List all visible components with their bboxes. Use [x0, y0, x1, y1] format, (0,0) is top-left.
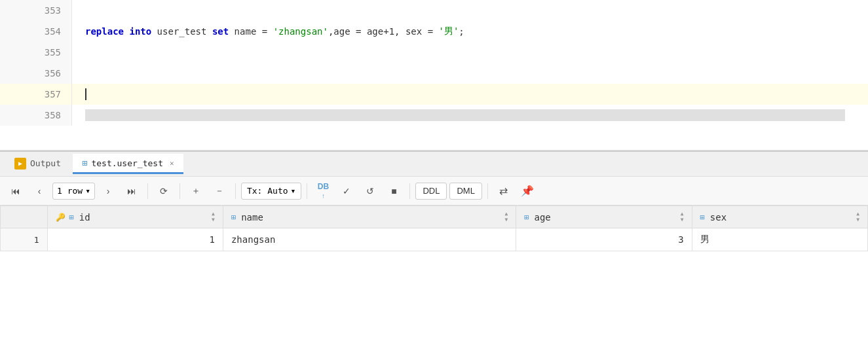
line-content-354: replace into user_test set name = 'zhang…: [72, 21, 868, 42]
delete-row-button[interactable]: －: [209, 182, 230, 200]
line-number-357: 357: [0, 84, 72, 105]
line-number-355: 355: [0, 42, 72, 63]
pin-button[interactable]: 📌: [517, 182, 538, 200]
col-id-label: id: [79, 212, 90, 223]
bottom-panel: ▶ Output ⊞ test.user_test ✕ ⏮ ‹ 1 row ▾ …: [0, 151, 868, 358]
result-table: 🔑 ⊞ id ▲ ▼ ⊞ name: [0, 206, 868, 251]
divider-2: [179, 183, 180, 199]
divider-4: [307, 183, 307, 199]
col-header-name[interactable]: ⊞ name ▲ ▼: [223, 206, 516, 228]
add-row-button[interactable]: ＋: [185, 182, 206, 200]
last-row-button[interactable]: ⏭: [121, 182, 142, 200]
line-number-356: 356: [0, 63, 72, 84]
divider-6: [487, 183, 488, 199]
cell-name-1[interactable]: zhangsan: [223, 228, 516, 251]
code-editor[interactable]: 353 354 replace into user_test set name …: [0, 0, 868, 151]
next-row-button[interactable]: ›: [98, 182, 119, 200]
tx-selector[interactable]: Tx: Auto ▾: [241, 183, 301, 200]
tab-close-button[interactable]: ✕: [170, 159, 174, 168]
tab-output-label: Output: [30, 158, 61, 168]
divider-1: [147, 183, 148, 199]
rows-dropdown-icon: ▾: [85, 186, 90, 196]
sp1: [124, 26, 129, 37]
line-content-358: [72, 105, 868, 126]
text-cursor: [85, 88, 86, 100]
sort-down-id[interactable]: ▼: [212, 217, 215, 223]
divider-5: [409, 183, 410, 199]
tab-table-label: test.user_test: [91, 158, 163, 168]
col-name-label: name: [241, 212, 263, 223]
table-icon: ⊞: [82, 158, 87, 168]
divider-3: [235, 183, 236, 199]
table-row: 1 1 zhangsan 3 男: [1, 228, 868, 251]
data-grid[interactable]: 🔑 ⊞ id ▲ ▼ ⊞ name: [0, 206, 868, 358]
code-line-353: 353: [0, 0, 868, 21]
sort-up-age[interactable]: ▲: [681, 211, 684, 217]
code-line-356: 356: [0, 63, 868, 84]
line-content-353: [72, 0, 868, 21]
ddl-button[interactable]: DDL: [415, 183, 447, 200]
dml-button[interactable]: DML: [449, 183, 481, 200]
sort-down-name[interactable]: ▼: [504, 217, 508, 223]
sp2: user_test: [151, 26, 212, 37]
row-number-header: [1, 206, 48, 228]
tab-output[interactable]: ▶ Output: [5, 154, 70, 175]
line-content-356: [72, 63, 868, 84]
refresh-button[interactable]: ⟳: [153, 182, 174, 200]
output-icon: ▶: [14, 158, 26, 170]
col-id-sort[interactable]: ▲ ▼: [212, 211, 215, 223]
tabs-bar: ▶ Output ⊞ test.user_test ✕: [0, 152, 868, 177]
sort-down-sex[interactable]: ▼: [856, 217, 859, 223]
col-age-label: age: [534, 212, 550, 223]
code-line-355: 355: [0, 42, 868, 63]
table-icon-age: ⊞: [524, 213, 529, 222]
layout-button[interactable]: ⇄: [493, 182, 514, 200]
code-lines: 353 354 replace into user_test set name …: [0, 0, 868, 126]
semicolon: ;: [459, 26, 464, 37]
rollback-button[interactable]: ↺: [360, 182, 381, 200]
col-sex-sort[interactable]: ▲ ▼: [856, 211, 859, 223]
sort-down-age[interactable]: ▼: [681, 217, 684, 223]
line-number-354: 354: [0, 21, 72, 42]
cell-id-1[interactable]: 1: [47, 228, 223, 251]
kw-into: into: [129, 26, 151, 37]
sort-up-sex[interactable]: ▲: [856, 211, 859, 217]
col-header-id[interactable]: 🔑 ⊞ id ▲ ▼: [47, 206, 223, 228]
col-sex-label: sex: [710, 212, 726, 223]
sp3: name =: [229, 26, 273, 37]
sort-up-name[interactable]: ▲: [504, 211, 508, 217]
tx-dropdown-icon: ▾: [291, 186, 296, 196]
cell-age-1[interactable]: 3: [516, 228, 692, 251]
table-icon-id: ⊞: [69, 213, 74, 222]
code-line-358: 358: [0, 105, 868, 126]
val-sex: '男': [439, 26, 459, 37]
tab-user-test[interactable]: ⊞ test.user_test ✕: [73, 154, 183, 174]
result-toolbar: ⏮ ‹ 1 row ▾ › ⏭ ⟳ ＋ － Tx: Auto ▾ DB↑ ✓ ↺…: [0, 177, 868, 206]
first-row-button[interactable]: ⏮: [5, 182, 26, 200]
rows-label: 1 row: [57, 186, 83, 196]
sp4: ,age = age+1, sex =: [328, 26, 439, 37]
prev-row-button[interactable]: ‹: [29, 182, 50, 200]
cell-sex-1[interactable]: 男: [692, 228, 867, 251]
line-content-357: [72, 84, 868, 105]
sort-up-id[interactable]: ▲: [212, 211, 215, 217]
col-name-sort[interactable]: ▲ ▼: [504, 211, 508, 223]
kw-replace: replace: [85, 26, 124, 37]
line-number-353: 353: [0, 0, 72, 21]
val-zhangsan: 'zhangsan': [273, 26, 328, 37]
column-header-row: 🔑 ⊞ id ▲ ▼ ⊞ name: [1, 206, 868, 228]
commit-button[interactable]: ✓: [336, 182, 357, 200]
row-number-1: 1: [1, 228, 48, 251]
table-icon-sex: ⊞: [700, 213, 705, 222]
col-header-age[interactable]: ⊞ age ▲ ▼: [516, 206, 692, 228]
db-up-button[interactable]: DB↑: [312, 182, 333, 200]
code-line-357: 357: [0, 84, 868, 105]
rows-selector[interactable]: 1 row ▾: [52, 183, 95, 200]
col-age-sort[interactable]: ▲ ▼: [681, 211, 684, 223]
tx-label: Tx: Auto: [247, 186, 288, 196]
kw-set: set: [212, 26, 229, 37]
line-number-358: 358: [0, 105, 72, 126]
col-header-sex[interactable]: ⊞ sex ▲ ▼: [692, 206, 867, 228]
table-icon-name: ⊞: [231, 213, 236, 222]
stop-button[interactable]: ■: [383, 182, 404, 200]
